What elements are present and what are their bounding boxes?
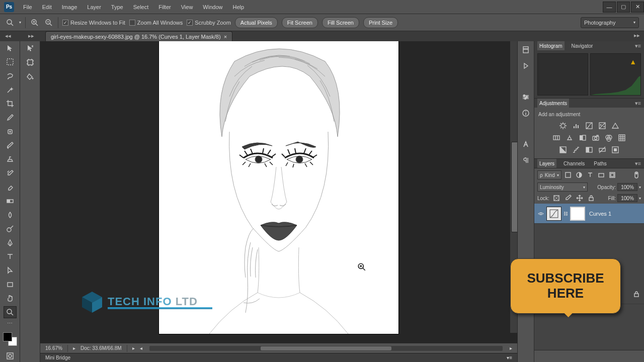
menu-file[interactable]: File (18, 1, 37, 13)
filter-smart-icon[interactable] (608, 170, 617, 179)
actions-panel-icon[interactable] (520, 60, 531, 71)
maximize-button[interactable]: ▢ (617, 2, 630, 13)
character-panel-icon[interactable] (520, 139, 531, 150)
menu-window[interactable]: Window (198, 1, 227, 13)
gradient-map-icon[interactable] (598, 145, 607, 154)
fill-screen-button[interactable]: Fill Screen (322, 17, 359, 28)
tab-histogram[interactable]: Histogram (537, 41, 565, 50)
hand-tool[interactable] (4, 293, 17, 305)
info-panel-icon[interactable] (520, 108, 531, 119)
layer-item-curves-1[interactable]: ⛓ Curves 1 (534, 204, 644, 224)
edit-toolbar-icon[interactable]: ⋯ (4, 320, 17, 327)
black-white-icon[interactable] (578, 133, 587, 142)
zoom-all-windows-checkbox[interactable]: Zoom All Windows (129, 20, 183, 26)
lock-transparent-icon[interactable] (552, 194, 561, 203)
eyedropper-tool[interactable] (4, 112, 17, 124)
blend-mode-dropdown[interactable]: Luminosity▾ (537, 183, 588, 192)
history-panel-icon[interactable] (520, 44, 531, 55)
timeline-next-icon[interactable]: ▸ (510, 345, 512, 351)
posterize-icon[interactable] (572, 145, 581, 154)
opacity-input[interactable]: 100% (617, 183, 637, 191)
exposure-icon[interactable] (598, 121, 607, 130)
workspace-dropdown[interactable]: Photography▾ (581, 17, 639, 28)
filter-shape-icon[interactable] (597, 170, 606, 179)
artboard-tool[interactable] (24, 56, 37, 68)
tab-adjustments[interactable]: Adjustments (537, 99, 569, 108)
properties-panel-icon[interactable] (520, 92, 531, 103)
gradient-tool[interactable] (4, 195, 17, 207)
tab-channels[interactable]: Channels (561, 159, 587, 168)
chevron-down-icon[interactable]: ▾ (639, 196, 641, 201)
filter-type-icon[interactable] (586, 170, 595, 179)
filter-pixel-icon[interactable] (564, 170, 573, 179)
type-tool[interactable] (4, 251, 17, 263)
hue-saturation-icon[interactable] (552, 133, 561, 142)
tab-close-icon[interactable]: × (224, 34, 227, 40)
document-tab[interactable]: girl-eyes-makeup-sexy-60883.jpg @ 16.7% … (45, 31, 232, 41)
panel-menu-icon[interactable]: ▾≡ (632, 160, 644, 167)
dodge-tool[interactable] (4, 223, 17, 235)
marquee-tool[interactable] (4, 56, 17, 68)
menu-help[interactable]: Help (227, 1, 249, 13)
clone-stamp-tool[interactable] (4, 153, 17, 165)
menu-layer[interactable]: Layer (82, 1, 106, 13)
tab-layers[interactable]: Layers (537, 159, 556, 168)
path-selection-tool[interactable] (4, 264, 17, 277)
layer-visibility-icon[interactable] (537, 210, 544, 217)
content-aware-move-tool[interactable] (24, 42, 37, 54)
panel-menu-icon[interactable]: ▾≡ (632, 100, 644, 107)
vibrance-icon[interactable] (611, 121, 620, 130)
mini-bridge-panel[interactable]: Mini Bridge ▾≡ (40, 353, 517, 362)
blur-tool[interactable] (4, 209, 17, 221)
invert-icon[interactable] (558, 145, 568, 154)
status-menu-icon[interactable]: ▸ (73, 345, 75, 351)
menu-filter[interactable]: Filter (153, 1, 176, 13)
menu-image[interactable]: Image (57, 1, 83, 13)
eraser-tool[interactable] (4, 181, 17, 193)
canvas-viewport[interactable]: TECH INFO LTD (40, 41, 517, 343)
color-lookup-icon[interactable] (617, 133, 626, 142)
fit-screen-button[interactable]: Fit Screen (282, 17, 318, 28)
magic-wand-tool[interactable] (4, 84, 17, 96)
threshold-icon[interactable] (585, 145, 594, 154)
scrollbar-thumb[interactable] (511, 142, 517, 232)
collapse-right-icon[interactable]: ▸▸ (28, 33, 34, 39)
timeline-play-icon[interactable]: ▸ (132, 345, 135, 351)
menu-type[interactable]: Type (106, 1, 128, 13)
layer-name[interactable]: Curves 1 (589, 211, 611, 217)
layer-mask-thumbnail[interactable] (570, 207, 585, 221)
foreground-background-colors[interactable] (3, 332, 17, 346)
move-tool[interactable] (4, 42, 17, 54)
tab-navigator[interactable]: Navigator (570, 41, 595, 50)
filter-adjustment-icon[interactable] (575, 170, 584, 179)
brush-tool[interactable] (4, 139, 17, 151)
horizontal-scrollbar[interactable] (149, 346, 503, 351)
foreground-color-swatch[interactable] (3, 332, 12, 341)
warning-icon[interactable]: ▲ (629, 58, 636, 66)
link-icon[interactable]: ⛓ (564, 211, 568, 216)
fill-input[interactable]: 100% (617, 194, 637, 202)
zoom-out-icon[interactable] (44, 18, 54, 28)
panel-menu-icon[interactable]: ▾≡ (507, 355, 512, 360)
menu-select[interactable]: Select (128, 1, 154, 13)
close-button[interactable]: ✕ (631, 2, 644, 13)
lock-all-icon[interactable] (587, 194, 596, 203)
tab-paths[interactable]: Paths (592, 159, 609, 168)
collapse-left-icon[interactable]: ◂◂ (5, 33, 11, 39)
print-size-button[interactable]: Print Size (363, 17, 398, 28)
healing-brush-tool[interactable] (4, 126, 17, 138)
collapse-panels-icon[interactable]: ▸▸ (634, 32, 640, 39)
dropdown-icon[interactable]: ▾ (19, 20, 21, 25)
menu-view[interactable]: View (176, 1, 198, 13)
channel-mixer-icon[interactable] (604, 133, 613, 142)
scrubby-zoom-checkbox[interactable]: ✓Scrubby Zoom (187, 20, 231, 26)
zoom-tool[interactable] (4, 306, 17, 318)
rectangle-tool[interactable] (4, 279, 17, 291)
menu-edit[interactable]: Edit (37, 1, 57, 13)
filter-toggle-switch[interactable] (632, 170, 641, 179)
brightness-contrast-icon[interactable] (558, 121, 568, 130)
pen-tool[interactable] (4, 237, 17, 249)
resize-windows-checkbox[interactable]: ✓Resize Windows to Fit (62, 20, 125, 26)
zoom-in-icon[interactable] (30, 18, 40, 28)
panel-menu-icon[interactable]: ▾≡ (632, 43, 644, 49)
